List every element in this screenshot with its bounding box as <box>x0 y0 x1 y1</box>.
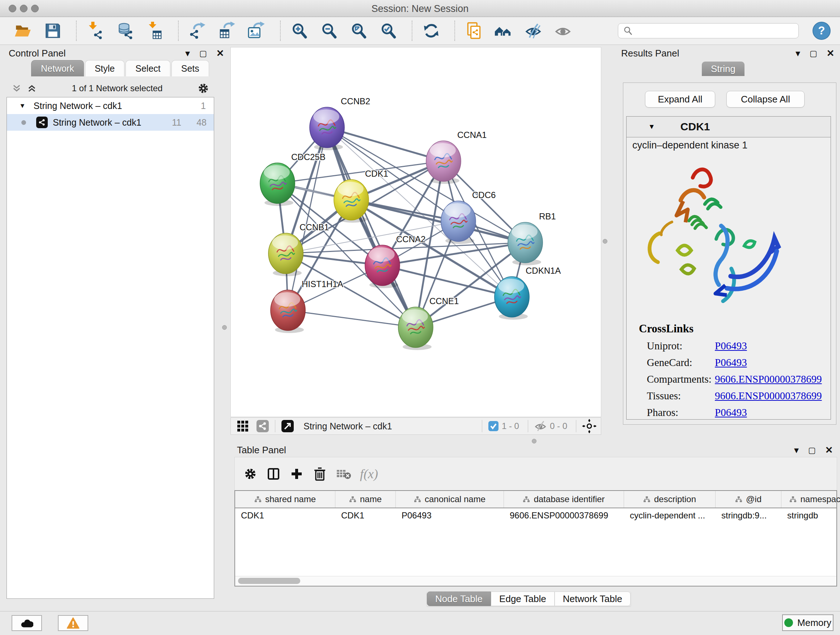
duplicate-network-button[interactable] <box>464 21 483 40</box>
collapse-all-button[interactable]: Collapse All <box>726 91 805 108</box>
table-panel-float-icon[interactable]: ▢ <box>808 446 816 455</box>
results-panel-close-icon[interactable]: ✕ <box>827 48 835 59</box>
refresh-view-button[interactable] <box>422 21 441 40</box>
network-collection-row[interactable]: ▼ String Network – cdk1 1 <box>7 97 214 114</box>
table-cell[interactable]: stringdb:9... <box>715 508 782 523</box>
export-table-button[interactable] <box>218 21 237 40</box>
bottom-splitter-handle[interactable] <box>532 439 537 443</box>
expand-all-networks-icon[interactable] <box>27 83 37 93</box>
table-panel-menu-icon[interactable]: ▾ <box>794 445 799 456</box>
birds-eye-view-icon[interactable] <box>582 419 597 433</box>
control-panel-close-icon[interactable]: ✕ <box>216 48 224 59</box>
table-panel-close-icon[interactable]: ✕ <box>825 445 833 456</box>
column-header-name[interactable]: name <box>335 491 396 508</box>
node-HIST1H1A[interactable] <box>271 290 305 333</box>
hide-selected-button[interactable] <box>524 21 543 40</box>
help-button[interactable]: ? <box>813 22 831 40</box>
crosslink-link[interactable]: 9606.ENSP00000378699 <box>715 390 822 402</box>
node-RB1[interactable] <box>508 222 543 265</box>
import-network-button[interactable] <box>86 21 105 40</box>
network-view-canvas[interactable]: CCNB2CCNA1CDC25BCDK1CDC6RB1CCNB1CCNA2CDK… <box>231 47 601 417</box>
show-all-button[interactable] <box>554 21 572 40</box>
node-CCNB1[interactable] <box>268 233 303 276</box>
string-network-badge-icon[interactable] <box>256 420 269 432</box>
node-CCNB2[interactable] <box>309 107 344 150</box>
crosslink-link[interactable]: P06493 <box>715 356 747 369</box>
edge-CCNB2-CCNA1[interactable] <box>327 127 444 161</box>
gene-header-row[interactable]: ▼ CDK1 <box>627 117 831 138</box>
zoom-fit-button[interactable] <box>349 21 368 40</box>
delete-columns-button[interactable] <box>312 466 327 481</box>
export-image-button[interactable] <box>248 21 266 40</box>
column-header-shared-name[interactable]: shared name <box>235 491 335 508</box>
zoom-out-button[interactable] <box>320 21 339 40</box>
table-cell[interactable]: CDK1 <box>235 508 335 523</box>
node-CCNA1[interactable] <box>426 141 461 184</box>
collapse-all-networks-icon[interactable] <box>11 83 22 93</box>
expand-all-button[interactable]: Expand All <box>645 91 715 108</box>
tab-network-table[interactable]: Network Table <box>554 592 630 606</box>
show-columns-button[interactable] <box>266 466 281 481</box>
column-header-canonical-name[interactable]: canonical name <box>396 491 504 508</box>
warnings-button[interactable] <box>58 615 88 631</box>
control-panel-menu-icon[interactable]: ▾ <box>185 48 190 59</box>
tab-network[interactable]: Network <box>31 60 84 76</box>
network-graph[interactable]: CCNB2CCNA1CDC25BCDK1CDC6RB1CCNB1CCNA2CDK… <box>231 48 601 417</box>
node-CCNE1[interactable] <box>398 307 433 350</box>
tab-style[interactable]: Style <box>85 60 125 76</box>
table-cell[interactable]: 9606.ENSP00000378699 <box>504 508 624 523</box>
right-splitter-handle[interactable] <box>603 239 607 244</box>
column-header-namespace[interactable]: namespace <box>782 491 840 508</box>
control-panel-float-icon[interactable]: ▢ <box>199 49 207 58</box>
table-horizontal-scrollbar[interactable] <box>235 576 836 586</box>
results-panel-float-icon[interactable]: ▢ <box>810 49 817 58</box>
network-options-gear-icon[interactable] <box>197 82 209 94</box>
tab-edge-table[interactable]: Edge Table <box>491 592 554 606</box>
scrollbar-thumb[interactable] <box>238 578 300 584</box>
table-cell[interactable]: cyclin-dependent ... <box>624 508 715 523</box>
column-header--id[interactable]: @id <box>715 491 782 508</box>
open-session-button[interactable] <box>14 21 33 40</box>
memory-button[interactable]: Memory <box>782 614 834 631</box>
zoom-in-button[interactable] <box>290 21 309 40</box>
table-cell[interactable]: CDK1 <box>335 508 396 523</box>
gene-expander-icon[interactable]: ▼ <box>648 123 655 131</box>
node-CCNA2[interactable] <box>365 245 400 288</box>
node-CDKN1A[interactable] <box>494 277 529 320</box>
edge-HIST1H1A-CCNE1[interactable] <box>288 310 416 327</box>
export-network-button[interactable] <box>188 21 207 40</box>
results-panel-menu-icon[interactable]: ▾ <box>796 48 800 59</box>
table-row[interactable]: CDK1CDK1P064939606.ENSP00000378699cyclin… <box>235 508 836 523</box>
tab-select[interactable]: Select <box>126 60 170 76</box>
import-network-from-database-button[interactable] <box>116 21 134 40</box>
collection-expander-icon[interactable]: ▼ <box>19 102 26 110</box>
table-settings-button[interactable] <box>243 466 258 481</box>
hidden-eye-icon[interactable] <box>534 420 547 432</box>
tab-string[interactable]: String <box>702 62 745 76</box>
left-splitter-handle[interactable] <box>222 325 227 330</box>
column-header-database-identifier[interactable]: database identifier <box>504 491 624 508</box>
crosslink-link[interactable]: 9606.ENSP00000378699 <box>715 373 822 385</box>
grid-view-icon[interactable] <box>237 420 249 432</box>
table-cell[interactable]: P06493 <box>396 508 504 523</box>
cloud-status-button[interactable] <box>11 615 42 631</box>
network-row[interactable]: String Network – cdk1 11 48 <box>7 114 214 131</box>
import-table-button[interactable] <box>145 21 164 40</box>
tab-sets[interactable]: Sets <box>172 60 209 76</box>
create-column-button[interactable] <box>289 466 304 481</box>
search-input[interactable] <box>618 23 799 38</box>
delete-table-button[interactable] <box>335 466 352 481</box>
column-header-description[interactable]: description <box>624 491 715 508</box>
home-button[interactable] <box>494 21 513 40</box>
selected-checkbox-icon[interactable] <box>488 421 499 432</box>
crosslink-link[interactable]: P06493 <box>715 407 747 418</box>
zoom-selected-button[interactable] <box>379 21 398 40</box>
tab-node-table[interactable]: Node Table <box>427 592 491 606</box>
node-CDC25B[interactable] <box>260 163 295 206</box>
function-builder-button[interactable]: f(x) <box>360 466 378 481</box>
table-cell[interactable]: stringdb <box>782 508 840 523</box>
save-session-button[interactable] <box>43 21 62 40</box>
crosslink-link[interactable]: P06493 <box>715 340 747 352</box>
open-in-new-window-icon[interactable] <box>281 420 294 432</box>
edge-CCNB2-CCNE1[interactable] <box>327 127 416 327</box>
